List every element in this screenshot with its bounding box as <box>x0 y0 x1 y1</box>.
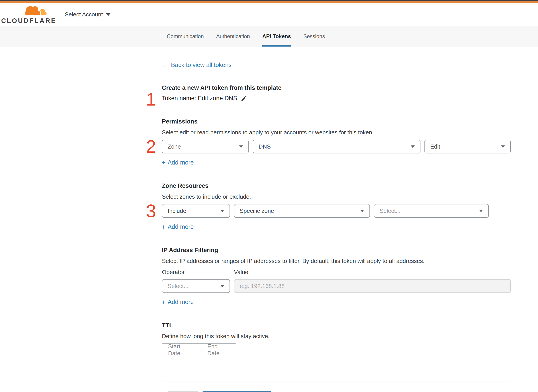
footer-divider <box>162 382 511 382</box>
account-selector[interactable]: Select Account <box>65 11 110 18</box>
zone-resources-add-more-link[interactable]: + Add more <box>162 224 194 230</box>
back-arrow-icon: ← <box>162 62 168 68</box>
tab-communication[interactable]: Communication <box>167 26 204 47</box>
zone-name-select[interactable]: Select... <box>374 204 489 218</box>
zone-resources-section: Zone Resources Select zones to include o… <box>162 182 511 230</box>
caret-down-icon <box>220 285 224 287</box>
continue-to-summary-button[interactable]: Continue to summary <box>202 391 271 392</box>
permissions-title: Permissions <box>162 118 511 125</box>
ttl-title: TTL <box>162 322 511 329</box>
plus-icon: + <box>162 160 165 166</box>
permission-scope-select[interactable]: Zone <box>162 140 249 154</box>
zone-resources-title: Zone Resources <box>162 182 511 189</box>
plus-icon: + <box>162 299 165 305</box>
footer-actions: Cancel Continue to summary <box>162 391 511 392</box>
main-content: ← Back to view all tokens Create a new A… <box>0 47 538 392</box>
plus-icon: + <box>162 224 165 230</box>
tab-bar: Communication Authentication API Tokens … <box>0 26 538 47</box>
zone-resources-select-row: 3 Include Specific zone Select... <box>162 204 511 218</box>
permissions-section: Permissions Select edit or read permissi… <box>162 118 511 166</box>
caret-down-icon <box>239 145 243 148</box>
operator-label: Operator <box>162 269 234 275</box>
ttl-date-range-picker[interactable]: Start Date → End Date <box>162 343 236 356</box>
token-name-text: Token name: Edit zone DNS <box>162 95 237 102</box>
token-name-row: 1 Token name: Edit zone DNS <box>162 95 511 102</box>
step-number-2: 2 <box>146 137 156 156</box>
ip-filtering-title: IP Address Filtering <box>162 247 511 254</box>
caret-down-icon <box>501 145 505 148</box>
ip-filtering-section: IP Address Filtering Select IP addresses… <box>162 247 511 306</box>
chevron-down-icon <box>106 13 110 16</box>
zone-include-select[interactable]: Include <box>162 204 230 218</box>
ip-operator-select[interactable]: Select... <box>162 279 230 293</box>
cloudflare-cloud-icon <box>21 5 47 17</box>
caret-down-icon <box>479 210 483 212</box>
ip-filtering-labels: Operator Value <box>162 269 511 275</box>
ip-filtering-row: Select... <box>162 279 511 293</box>
tab-api-tokens[interactable]: API Tokens <box>262 26 291 47</box>
tab-authentication[interactable]: Authentication <box>216 26 250 47</box>
back-link-label: Back to view all tokens <box>171 62 232 69</box>
cancel-button[interactable]: Cancel <box>167 391 198 392</box>
start-date-label: Start Date <box>168 343 192 357</box>
ttl-section: TTL Define how long this token will stay… <box>162 322 511 356</box>
caret-down-icon <box>411 145 415 148</box>
ip-value-input[interactable] <box>234 279 511 293</box>
back-to-tokens-link[interactable]: ← Back to view all tokens <box>162 62 232 69</box>
cloudflare-logo: CLOUDFLARE <box>7 5 51 24</box>
ip-filtering-add-more-link[interactable]: + Add more <box>162 299 194 306</box>
account-selector-label: Select Account <box>65 11 103 18</box>
template-title: Create a new API token from this templat… <box>162 84 511 91</box>
arrow-right-icon: → <box>197 346 203 353</box>
caret-down-icon <box>220 210 224 212</box>
permissions-add-more-link[interactable]: + Add more <box>162 159 194 166</box>
permissions-select-row: 2 Zone DNS Edit <box>162 140 511 154</box>
value-label: Value <box>234 269 248 275</box>
zone-resources-description: Select zones to include or exclude. <box>162 193 511 201</box>
step-number-3: 3 <box>146 202 156 220</box>
permission-group-select[interactable]: DNS <box>253 140 421 154</box>
end-date-label: End Date <box>207 343 230 357</box>
edit-pencil-icon[interactable] <box>241 95 247 102</box>
permissions-description: Select edit or read permissions to apply… <box>162 129 511 136</box>
zone-type-select[interactable]: Specific zone <box>234 204 370 218</box>
step-number-1: 1 <box>146 90 156 108</box>
top-accent-bar <box>0 0 538 3</box>
template-section: Create a new API token from this templat… <box>162 84 511 102</box>
ip-filtering-description: Select IP addresses or ranges of IP addr… <box>162 257 511 265</box>
ttl-description: Define how long this token will stay act… <box>162 332 511 340</box>
permission-access-select[interactable]: Edit <box>425 140 511 154</box>
header: CLOUDFLARE Select Account <box>0 3 538 26</box>
cloudflare-wordmark: CLOUDFLARE <box>1 17 56 24</box>
caret-down-icon <box>360 210 364 212</box>
tab-sessions[interactable]: Sessions <box>303 26 325 47</box>
